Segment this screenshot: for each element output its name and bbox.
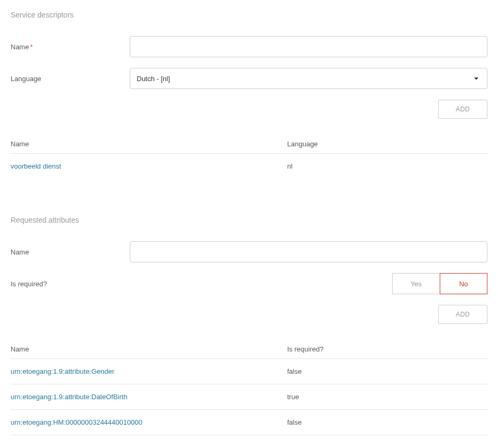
language-select[interactable]: Dutch - [nl] bbox=[130, 68, 487, 89]
is-required-row: Is required? Yes No bbox=[11, 273, 487, 294]
descriptor-language-cell: nl bbox=[287, 154, 487, 179]
attr-name-input[interactable] bbox=[130, 241, 487, 262]
toggle-yes-button[interactable]: Yes bbox=[392, 273, 440, 294]
requested-attributes-title: Requested attributes bbox=[11, 216, 487, 224]
is-required-label: Is required? bbox=[11, 280, 130, 288]
attr-table-header-name: Name bbox=[11, 340, 287, 359]
table-row[interactable]: voorbeeld dienst nl bbox=[11, 154, 487, 179]
descriptors-table: Name Language voorbeeld dienst nl bbox=[11, 135, 487, 179]
add-attribute-button[interactable]: ADD bbox=[438, 305, 487, 324]
attr-required-cell: false bbox=[287, 359, 487, 384]
attr-required-cell: true bbox=[287, 384, 487, 410]
table-header-name: Name bbox=[11, 135, 287, 154]
table-row[interactable]: urn:etoegang:1.9:attribute:DateOfBirth t… bbox=[11, 384, 487, 410]
table-header-language: Language bbox=[287, 135, 487, 154]
attr-name-cell: urn:etoegang:1.9:attribute:Gender bbox=[11, 359, 287, 384]
required-indicator: * bbox=[30, 43, 33, 51]
attributes-table: Name Is required? urn:etoegang:1.9:attri… bbox=[11, 340, 487, 435]
service-descriptors-title: Service descriptors bbox=[11, 11, 487, 19]
attr-name-row: Name bbox=[11, 241, 487, 262]
attr-name-cell: urn:etoegang:1.9:attribute:DateOfBirth bbox=[11, 384, 287, 410]
attr-required-cell: false bbox=[287, 410, 487, 435]
add-descriptor-button[interactable]: ADD bbox=[438, 100, 487, 119]
language-label: Language bbox=[11, 75, 130, 83]
name-label-text: Name bbox=[11, 43, 29, 51]
attr-table-header-required: Is required? bbox=[287, 340, 487, 359]
table-row[interactable]: urn:etoegang:1.9:attribute:Gender false bbox=[11, 359, 487, 384]
name-label: Name* bbox=[11, 43, 130, 51]
name-input[interactable] bbox=[130, 36, 487, 57]
name-row: Name* bbox=[11, 36, 487, 57]
descriptor-name-cell: voorbeeld dienst bbox=[11, 154, 287, 179]
table-row[interactable]: urn:etoegang:HM:00000003244440010000 fal… bbox=[11, 410, 487, 435]
attr-name-label: Name bbox=[11, 248, 130, 256]
language-row: Language Dutch - [nl] bbox=[11, 68, 487, 89]
attr-name-cell: urn:etoegang:HM:00000003244440010000 bbox=[11, 410, 287, 435]
is-required-toggle: Yes No bbox=[392, 273, 487, 294]
toggle-no-button[interactable]: No bbox=[440, 273, 487, 294]
